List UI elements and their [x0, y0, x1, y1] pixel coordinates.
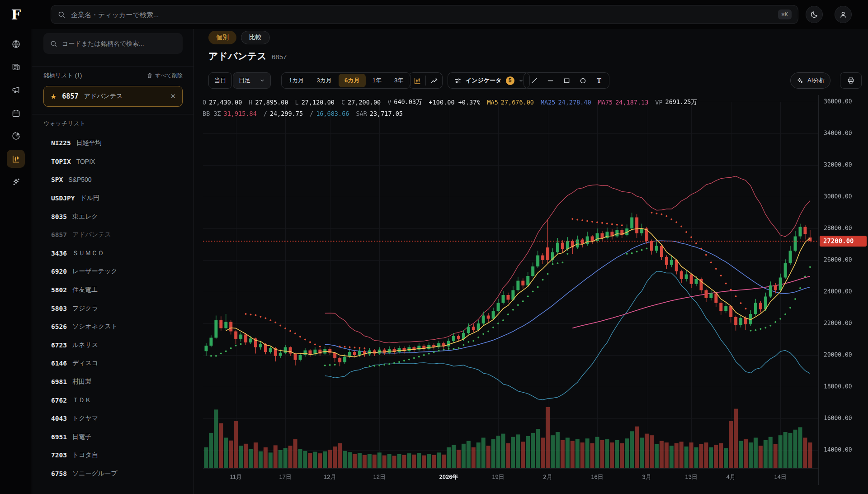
chart-toolbar: 当日 日足 1カ月3カ月6カ月1年3年 インジケータ: [194, 72, 868, 90]
watchlist-item-name: ソニーグループ: [72, 470, 118, 478]
circle-icon: [579, 77, 587, 85]
tab-compare[interactable]: 比較: [241, 31, 270, 44]
watchlist-item-6920[interactable]: 6920レーザーテック: [32, 262, 194, 281]
watchlist-item-code: 7203: [51, 451, 67, 459]
info-segment: +100.00 +0.37%: [429, 99, 481, 106]
watchlist-item-6857[interactable]: 6857アドバンテス: [32, 226, 194, 244]
app-logo[interactable]: F: [0, 0, 32, 29]
watchlist-item-4043[interactable]: 4043トクヤマ: [32, 409, 194, 428]
ai-analysis-button[interactable]: AI分析: [790, 72, 830, 89]
rectangle-tool-button[interactable]: [558, 73, 575, 88]
watchlist-item-USDJPY[interactable]: USDJPYドル円: [32, 189, 194, 208]
tab-individual[interactable]: 個別: [208, 31, 236, 44]
account-button[interactable]: [835, 6, 852, 23]
star-icon[interactable]: ★: [50, 92, 57, 101]
period-button-1年[interactable]: 1年: [367, 74, 387, 87]
watchlist-item-name: 住友電工: [72, 286, 98, 294]
watchlist-item-code: SPX: [51, 176, 63, 183]
text-tool-button[interactable]: T: [591, 73, 607, 88]
rail-item-charts[interactable]: [7, 150, 25, 168]
chart-type-line-button[interactable]: [426, 73, 442, 88]
circle-tool-button[interactable]: [575, 73, 591, 88]
watchlist-item-SPX[interactable]: SPXS&P500: [32, 171, 194, 189]
news-icon: [11, 62, 21, 71]
watchlist-item-name: ルネサス: [72, 341, 98, 349]
info-segment: VP2691.25万: [655, 98, 697, 106]
watchlist-item-name: ＳＵＭＣＯ: [72, 249, 104, 257]
rail-item-portfolio[interactable]: [7, 127, 25, 145]
text-icon: T: [597, 77, 601, 85]
megaphone-icon: [11, 85, 21, 95]
watchlist-item-name: ＴＤＫ: [72, 396, 91, 404]
search-icon: [57, 10, 66, 19]
watchlist-item-3436[interactable]: 3436ＳＵＭＣＯ: [32, 244, 194, 263]
period-button-3年[interactable]: 3年: [388, 74, 409, 87]
info-segment: MA7524,187.13: [598, 99, 649, 106]
watchlist-item-7203[interactable]: 7203トヨタ自: [32, 446, 194, 465]
rail-item-announcements[interactable]: [7, 81, 25, 99]
global-search-input[interactable]: [71, 11, 778, 19]
rail-item-markets[interactable]: [7, 35, 25, 53]
info-segment: O27,430.00: [203, 99, 242, 106]
horizontal-line-tool-button[interactable]: [542, 73, 558, 88]
symbol-search-input[interactable]: [62, 40, 176, 47]
watchlist-item-5803[interactable]: 5803フジクラ: [32, 299, 194, 318]
period-button-6カ月[interactable]: 6カ月: [339, 74, 366, 87]
watchlist-item-code: 5802: [51, 286, 67, 294]
moon-icon: [810, 10, 818, 19]
watchlist-item-code: 6762: [51, 397, 67, 404]
selected-symbol-card[interactable]: ★ 6857 アドバンテス ✕: [43, 86, 183, 107]
watchlist-item-TOPIX[interactable]: TOPIXTOPIX: [32, 152, 194, 171]
info-segment: MA527,676.00: [487, 99, 534, 106]
today-button[interactable]: 当日: [208, 72, 232, 89]
pie-chart-icon: [11, 131, 21, 141]
watchlist-item-name: ソシオネクスト: [72, 323, 118, 331]
watchlist-item-6981[interactable]: 6981村田製: [32, 373, 194, 391]
chart-type-candlestick-button[interactable]: [409, 73, 425, 88]
timeframe-select[interactable]: 日足: [233, 72, 271, 89]
watchlist-item-name: ディスコ: [72, 359, 98, 367]
chevron-down-icon: [259, 78, 265, 83]
indicator-button[interactable]: インジケータ 5: [448, 72, 530, 89]
watchlist-item-name: アドバンテス: [72, 231, 111, 239]
symbol-search[interactable]: [43, 33, 183, 54]
info-segment: BB 3Σ31,915.84: [203, 110, 257, 117]
watchlist-item-code: 4043: [51, 415, 67, 422]
clear-all-button[interactable]: すべて削除: [146, 72, 183, 80]
trendline-tool-button[interactable]: [526, 73, 542, 88]
nav-rail: [0, 29, 32, 494]
line-chart-icon: [430, 76, 439, 85]
watchlist-item-name: トクヤマ: [72, 414, 98, 423]
rail-item-calendar[interactable]: [7, 104, 25, 122]
global-search[interactable]: ⌘K: [51, 5, 798, 24]
watchlist-item-code: 3436: [51, 250, 67, 257]
watchlist-item-5802[interactable]: 5802住友電工: [32, 281, 194, 299]
watchlist-item-6951[interactable]: 6951日電子: [32, 428, 194, 446]
period-button-3カ月[interactable]: 3カ月: [311, 74, 338, 87]
print-button[interactable]: [840, 72, 862, 89]
watchlist-item-6758[interactable]: 6758ソニーグループ: [32, 465, 194, 483]
rail-item-news[interactable]: [7, 57, 25, 76]
watchlist-item-NI225[interactable]: NI225日経平均: [32, 134, 194, 152]
info-segment: SAR23,717.05: [356, 110, 403, 117]
watchlist-item-code: 5803: [51, 305, 67, 312]
watchlist-item-code: 6920: [51, 268, 67, 275]
info-segment: C27,200.00: [341, 99, 381, 106]
watchlist-item-6762[interactable]: 6762ＴＤＫ: [32, 391, 194, 409]
period-group: 1カ月3カ月6カ月1年3年: [281, 72, 411, 89]
rail-item-ai[interactable]: [7, 173, 25, 191]
watchlist-item-6723[interactable]: 6723ルネサス: [32, 336, 194, 355]
period-button-1カ月[interactable]: 1カ月: [283, 74, 310, 87]
info-segment: /24,299.75: [264, 110, 303, 117]
chevron-down-icon: [519, 78, 524, 83]
watchlist-item-6526[interactable]: 6526ソシオネクスト: [32, 318, 194, 336]
watchlist-item-name: フジクラ: [72, 304, 98, 313]
watchlist-item-6146[interactable]: 6146ディスコ: [32, 354, 194, 373]
close-icon[interactable]: ✕: [170, 92, 176, 100]
horizontal-line-icon: [547, 77, 554, 85]
theme-toggle-button[interactable]: [806, 6, 823, 23]
price-chart-canvas[interactable]: [194, 95, 868, 494]
watchlist-item-8035[interactable]: 8035東エレク: [32, 207, 194, 226]
indicator-count-badge: 5: [506, 76, 514, 85]
watchlist-item-code: USDJPY: [51, 195, 75, 202]
